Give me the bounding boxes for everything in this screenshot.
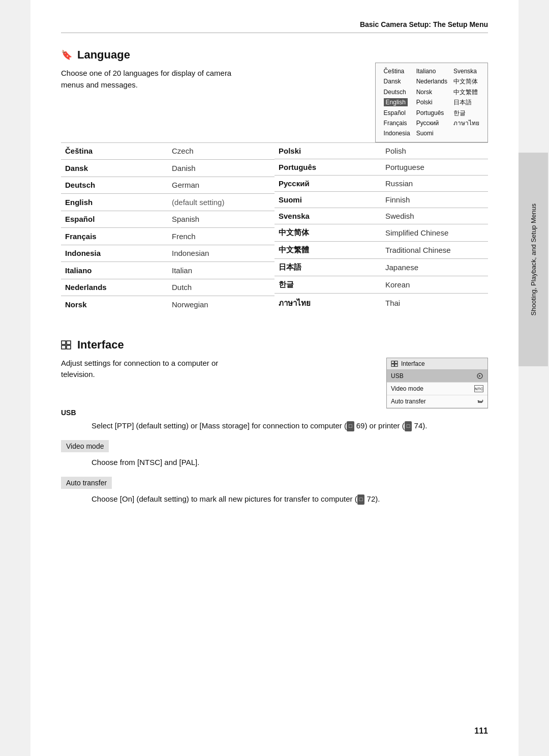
table-row: Čeština Czech: [61, 142, 274, 160]
table-row: Français French: [61, 228, 274, 245]
interface-description: Adjust settings for connection to a comp…: [61, 358, 254, 381]
svg-rect-7: [395, 364, 398, 366]
lang-english: Italian: [168, 262, 274, 279]
language-preview-grid: ČeštinaItalianoSvenska DanskNederlands中文…: [375, 63, 488, 142]
usb-label: USB: [61, 409, 488, 417]
lang-native: 中文繁體: [274, 241, 381, 258]
table-row: 中文简体 Simplified Chinese: [274, 224, 488, 241]
lang-native: Italiano: [61, 262, 168, 279]
lang-english: Czech: [168, 142, 274, 160]
table-row: Deutsch German: [61, 177, 274, 194]
interface-preview: Interface USB Video mode NTC Auto transf…: [386, 358, 488, 409]
table-row: ภาษาไทย Thai: [274, 293, 488, 313]
lang-english: Russian: [381, 175, 488, 191]
auto-transfer-text: Choose [On] (default setting) to mark al…: [92, 493, 488, 505]
lang-native: 日本語: [274, 258, 381, 276]
lang-english: Dutch: [168, 279, 274, 296]
lang-native: Suomi: [274, 191, 381, 208]
lang-english: Korean: [381, 276, 488, 293]
lang-native: Čeština: [61, 142, 168, 160]
svg-rect-0: [62, 341, 66, 344]
table-row: Norsk Norwegian: [61, 296, 274, 313]
auto-transfer-section: Auto transfer Choose [On] (default setti…: [61, 477, 488, 505]
language-section-title: 🔖 Language: [61, 48, 488, 62]
preview-row-usb: USB: [387, 370, 487, 383]
ref-icon-69: □: [347, 421, 354, 431]
ref-icon-74: □: [405, 421, 412, 431]
table-row: Español Spanish: [61, 211, 274, 228]
interface-section-title: Interface: [61, 338, 488, 352]
usb-text: Select [PTP] (default setting) or [Mass …: [92, 420, 488, 432]
table-row: English (default setting): [61, 194, 274, 211]
lang-english: French: [168, 228, 274, 245]
table-row: Dansk Danish: [61, 160, 274, 177]
table-row: Nederlands Dutch: [61, 279, 274, 296]
lang-english: Simplified Chinese: [381, 224, 488, 241]
lang-english: Finnish: [381, 191, 488, 208]
svg-rect-4: [391, 361, 394, 363]
language-section: 🔖 Language ČeštinaItalianoSvenska DanskN…: [61, 48, 488, 313]
page-number: 111: [474, 726, 488, 736]
header-title: Basic Camera Setup: The Setup Menu: [61, 20, 488, 33]
lang-english: (default setting): [168, 194, 274, 211]
interface-icon: [61, 339, 72, 350]
lang-native: Dansk: [61, 160, 168, 177]
lang-english: Swedish: [381, 208, 488, 224]
video-mode-section: Video mode Choose from [NTSC] and [PAL].: [61, 440, 488, 469]
lang-native: Español: [61, 211, 168, 228]
lang-native: Svenska: [274, 208, 381, 224]
lang-native: Русский: [274, 175, 381, 191]
interface-section: Interface Interface USB: [61, 338, 488, 507]
lang-native: Indonesia: [61, 245, 168, 262]
lang-native: Français: [61, 228, 168, 245]
preview-header-label: Interface: [401, 360, 425, 367]
lang-native: Deutsch: [61, 177, 168, 194]
preview-autotransfer-label: Auto transfer: [391, 398, 426, 405]
language-description: Choose one of 20 languages for display o…: [61, 68, 254, 91]
lang-native: ภาษาไทย: [274, 293, 381, 313]
table-row: Italiano Italian: [61, 262, 274, 279]
usb-section: USB Select [PTP] (default setting) or [M…: [61, 409, 488, 432]
table-row: Português Portuguese: [274, 159, 488, 175]
table-row: Русский Russian: [274, 175, 488, 191]
table-row: Svenska Swedish: [274, 208, 488, 224]
lang-native: Nederlands: [61, 279, 168, 296]
language-table-left: Čeština Czech Dansk Danish Deutsch Germa…: [61, 142, 274, 313]
table-row: 한글 Korean: [274, 276, 488, 293]
video-mode-label: Video mode: [61, 440, 109, 452]
language-table-right: Polski Polish Português Portuguese Русск…: [274, 142, 488, 313]
svg-rect-1: [67, 341, 71, 344]
preview-row-autotransfer: Auto transfer: [387, 395, 487, 408]
video-mode-text: Choose from [NTSC] and [PAL].: [92, 456, 488, 469]
table-row: 日本語 Japanese: [274, 258, 488, 276]
preview-usb-label: USB: [391, 372, 404, 380]
lang-native: 한글: [274, 276, 381, 293]
lang-english: Danish: [168, 160, 274, 177]
preview-videomode-icon: NTC: [474, 385, 483, 392]
lang-english: Spanish: [168, 211, 274, 228]
language-table-container: Čeština Czech Dansk Danish Deutsch Germa…: [61, 142, 488, 313]
lang-english: Indonesian: [168, 245, 274, 262]
lang-native: Polski: [274, 142, 381, 159]
lang-native: Português: [274, 159, 381, 175]
table-row: Indonesia Indonesian: [61, 245, 274, 262]
table-row: 中文繁體 Traditional Chinese: [274, 241, 488, 258]
svg-rect-3: [67, 345, 71, 349]
lang-native: English: [61, 194, 168, 211]
svg-rect-6: [391, 364, 394, 366]
lang-english: Polish: [381, 142, 488, 159]
lang-english: German: [168, 177, 274, 194]
svg-rect-5: [395, 361, 398, 363]
lang-english: Japanese: [381, 258, 488, 276]
lang-english: Norwegian: [168, 296, 274, 313]
lang-english: Traditional Chinese: [381, 241, 488, 258]
svg-rect-2: [62, 345, 66, 349]
table-row: Polski Polish: [274, 142, 488, 159]
lang-native: Norsk: [61, 296, 168, 313]
language-title-text: Language: [77, 48, 130, 62]
lang-native: 中文简体: [274, 224, 381, 241]
lang-english: Portuguese: [381, 159, 488, 175]
preview-videomode-label: Video mode: [391, 385, 423, 392]
ref-icon-72: □: [357, 495, 365, 505]
language-icon: 🔖: [61, 49, 72, 61]
